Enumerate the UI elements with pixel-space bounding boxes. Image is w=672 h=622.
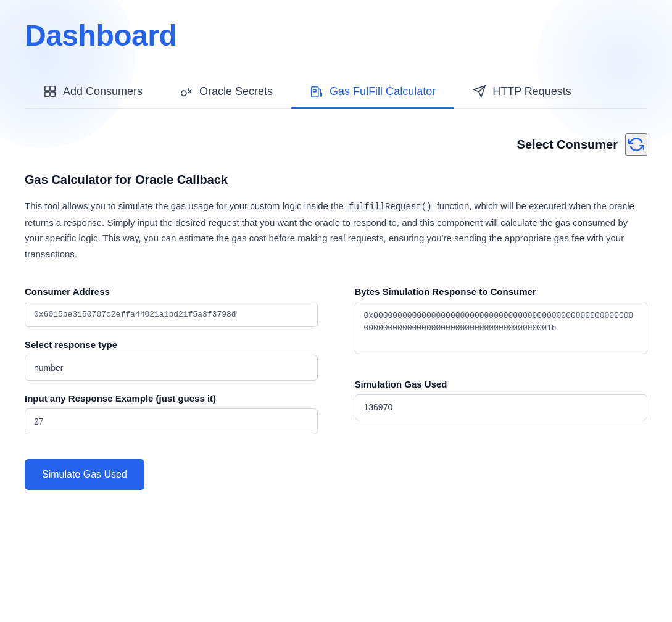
form-grid: Consumer Address Select response type In… — [25, 286, 647, 490]
response-example-label: Input any Response Example (just guess i… — [25, 393, 318, 404]
tab-oracle-secrets-label: Oracle Secrets — [199, 85, 273, 98]
bytes-response-group: Bytes Simulation Response to Consumer 0x… — [355, 286, 648, 354]
form-right: Bytes Simulation Response to Consumer 0x… — [355, 286, 648, 490]
section-title: Gas Calculator for Oracle Callback — [25, 173, 647, 187]
consumer-address-group: Consumer Address — [25, 286, 318, 327]
simulate-gas-button[interactable]: Simulate Gas Used — [25, 459, 144, 490]
svg-point-4 — [181, 91, 186, 96]
response-type-input[interactable] — [25, 355, 318, 381]
page-title: Dashboard — [25, 19, 647, 52]
response-type-group: Select response type — [25, 339, 318, 381]
response-example-group: Input any Response Example (just guess i… — [25, 393, 318, 434]
svg-rect-5 — [313, 89, 317, 92]
page-wrapper: Dashboard Add Consumers — [0, 0, 672, 622]
tab-add-consumers-label: Add Consumers — [63, 85, 143, 98]
refresh-button[interactable] — [625, 133, 647, 156]
code-snippet: fulfillRequest() — [346, 201, 434, 212]
svg-rect-1 — [51, 86, 55, 91]
consumer-address-label: Consumer Address — [25, 286, 318, 297]
fuel-icon — [310, 85, 323, 98]
svg-rect-0 — [45, 86, 49, 91]
simulation-gas-label: Simulation Gas Used — [355, 379, 648, 389]
tab-http-requests[interactable]: HTTP Requests — [454, 77, 590, 108]
simulation-gas-input[interactable] — [355, 394, 648, 420]
desc-part1: This tool allows you to simulate the gas… — [25, 201, 346, 211]
bytes-response-input[interactable]: 0x00000000000000000000000000000000000000… — [355, 302, 648, 354]
form-left: Consumer Address Select response type In… — [25, 286, 318, 490]
tab-gas-fulfill-calculator[interactable]: Gas FulFill Calculator — [291, 77, 454, 108]
svg-rect-3 — [51, 92, 55, 96]
widget-icon — [43, 85, 57, 98]
section-description: This tool allows you to simulate the gas… — [25, 198, 647, 262]
tab-http-requests-label: HTTP Requests — [492, 85, 571, 98]
consumer-address-input[interactable] — [25, 302, 318, 327]
send-icon — [473, 85, 486, 98]
tab-oracle-secrets[interactable]: Oracle Secrets — [161, 77, 291, 108]
svg-rect-2 — [45, 92, 49, 96]
main-content: Dashboard Add Consumers — [0, 0, 672, 515]
response-example-input[interactable] — [25, 408, 318, 434]
tab-add-consumers[interactable]: Add Consumers — [25, 77, 161, 108]
tab-navigation: Add Consumers Oracle Secrets — [25, 77, 647, 109]
tab-gas-fulfill-label: Gas FulFill Calculator — [330, 85, 436, 98]
select-consumer-label: Select Consumer — [517, 138, 618, 152]
select-consumer-row: Select Consumer — [25, 133, 647, 156]
simulation-gas-group: Simulation Gas Used — [355, 379, 648, 420]
bytes-response-label: Bytes Simulation Response to Consumer — [355, 286, 648, 297]
key-icon — [180, 85, 193, 98]
response-type-label: Select response type — [25, 339, 318, 350]
